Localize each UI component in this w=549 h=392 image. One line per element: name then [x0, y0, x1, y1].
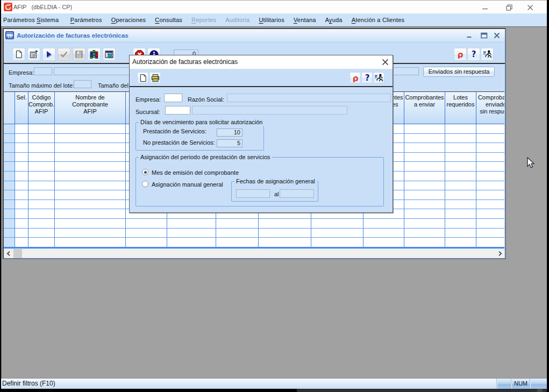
child-min-icon-icon[interactable]: [466, 32, 473, 39]
chevron-right-icon-icon[interactable]: [498, 251, 502, 256]
dialog-toolbar-left-group: [137, 72, 161, 83]
grid-header-comprobantes-a-enviar[interactable]: Comprobantes a enviar: [404, 92, 445, 124]
radio-mes-emision[interactable]: [142, 169, 148, 175]
child-close-button[interactable]: [491, 30, 503, 41]
radio-asignacion-manual-label[interactable]: Asignación manual general: [152, 180, 223, 189]
menu-item-ventana[interactable]: Ventana: [289, 13, 320, 26]
exit-runner-icon: [374, 74, 383, 82]
grid-header-codigo-comprob-afip[interactable]: Código Comprob. AFIP: [28, 92, 55, 124]
radio-mes-emision-label[interactable]: Mes de emisión del comprobante: [152, 168, 239, 177]
close-button[interactable]: [522, 1, 538, 14]
minimize-button[interactable]: [477, 1, 493, 14]
edit-properties-icon: [30, 50, 38, 59]
dialog-close-button[interactable]: [379, 57, 391, 67]
new-document-icon: [15, 50, 23, 59]
grid-cell-comprobantes-a-enviar: [404, 209, 445, 218]
chevron-left-icon-icon[interactable]: [6, 251, 11, 256]
exit-runner-button[interactable]: [481, 48, 494, 61]
fecha-desde-input[interactable]: [236, 189, 270, 198]
child-title-bar[interactable]: Autorización de facturas electrónicas: [4, 29, 505, 42]
grid-cell-nombre-comprobante-afip: [55, 219, 126, 228]
rho-button[interactable]: ρ: [350, 72, 361, 83]
application-window: AFIP (dbELDIA - CP) Parámetros SistemaPa…: [0, 0, 549, 392]
restore-icon[interactable]: [506, 4, 512, 11]
run-process-button[interactable]: [42, 48, 55, 61]
menu-item-consultas[interactable]: Consultas: [151, 13, 187, 26]
menu-item-par-metros-sistema[interactable]: Parámetros Sistema: [1, 13, 66, 26]
menu-item-atenci-n-a-clientes[interactable]: Atención a Clientes: [347, 13, 409, 26]
minimize-icon[interactable]: [482, 4, 488, 11]
grid-cell-comprobantes-a-enviar: [404, 219, 445, 228]
grid-cell-comprobantes-enviados-sin-respuesta: [476, 200, 504, 209]
grid-cell-comprobantes-enviados-sin-respuesta: [476, 153, 504, 162]
child-maximize-button[interactable]: [478, 30, 490, 41]
grid-cell-codigo-comprob-afip: [28, 134, 55, 143]
lote-max-field[interactable]: [74, 80, 91, 88]
child-minimize-button[interactable]: [464, 30, 475, 41]
color-grid-button[interactable]: [88, 48, 101, 61]
help-question-button[interactable]: ?: [361, 72, 373, 83]
menu-item-reportes[interactable]: Reportes: [187, 13, 220, 26]
menu-item-par-metros[interactable]: Parámetros: [66, 13, 106, 26]
menu-item-operaciones[interactable]: Operaciones: [106, 13, 151, 26]
fecha-al-label: al: [274, 190, 279, 198]
enviados-sin-respuesta-button[interactable]: Enviados sin respuesta: [423, 67, 495, 77]
grid-cell-hidden-5: [311, 229, 363, 238]
grid-cell-sel: [15, 209, 28, 218]
new-document-button[interactable]: [137, 72, 148, 83]
fecha-hasta-input[interactable]: [280, 189, 314, 198]
edit-properties-button[interactable]: [27, 48, 40, 61]
grid-row-11[interactable]: [4, 229, 504, 238]
prestacion-input[interactable]: 10: [217, 129, 243, 137]
scrollbar-thumb[interactable]: [13, 249, 22, 258]
grid-cell-sel: [15, 162, 28, 171]
grid-cell-hidden-1: [126, 229, 167, 238]
dialog-empresa-label: Empresa:: [136, 95, 161, 104]
menu-item-utilitarios[interactable]: Utilitarios: [254, 13, 289, 26]
table-export-button[interactable]: [103, 48, 116, 61]
grid-header-lotes-requeridos[interactable]: Lotes requeridos: [445, 92, 476, 124]
grid-header-nombre-comprobante-afip[interactable]: Nombre de Comprobante AFIP: [55, 92, 126, 124]
title-bar: AFIP (dbELDIA - CP): [1, 0, 547, 13]
empresa-code-field[interactable]: [34, 67, 52, 75]
menu-item-auditoria[interactable]: Auditoria: [221, 13, 254, 26]
confirm-check-icon: [60, 50, 68, 59]
dialog-razon-social-field: [227, 94, 391, 102]
radio-asignacion-manual[interactable]: [142, 181, 148, 187]
grid-cell-row-selector: [4, 134, 15, 143]
grid-cell-lotes-requeridos: [445, 190, 476, 199]
grid-row-10[interactable]: [4, 219, 504, 229]
horizontal-scrollbar[interactable]: [4, 249, 504, 258]
no-prestacion-input[interactable]: 5: [217, 139, 243, 147]
menu-bar: Parámetros SistemaParámetrosOperacionesC…: [1, 13, 547, 26]
grid-cell-comprobantes-enviados-sin-respuesta: [476, 209, 504, 218]
dialog-close-icon-icon[interactable]: [382, 59, 389, 66]
grid-header-comprobantes-enviados-sin-respuesta[interactable]: Comprobantes enviados sin respuesta: [476, 92, 504, 124]
menu-item-text-post: entana: [297, 17, 316, 23]
maximize-button[interactable]: [501, 1, 517, 14]
confirm-check-button[interactable]: [58, 48, 70, 61]
dialog-sucursal-name-field: [192, 106, 347, 115]
grid-cell-comprobantes-enviados-sin-respuesta: [476, 134, 504, 143]
child-max-icon-icon[interactable]: [481, 32, 488, 39]
exit-runner-button[interactable]: [373, 72, 384, 83]
grid-row-12[interactable]: [4, 238, 504, 247]
child-close-icon-icon[interactable]: [494, 32, 500, 39]
grid-cell-comprobantes-enviados-sin-respuesta: [476, 143, 504, 152]
new-document-button[interactable]: [12, 48, 25, 61]
save-floppy-button[interactable]: [73, 48, 85, 61]
grid-cell-sel: [15, 200, 28, 209]
dialog-empresa-input[interactable]: [164, 94, 182, 102]
menu-item-ayuda[interactable]: Ayuda: [320, 13, 347, 26]
scroll-right-button[interactable]: [495, 249, 504, 258]
close-icon[interactable]: [527, 4, 533, 11]
grid-cell-comprobantes-a-enviar: [404, 200, 445, 209]
dialog-title-bar[interactable]: Autorización de facturas electrónicas: [130, 55, 393, 69]
rho-button[interactable]: ρ: [454, 48, 467, 61]
grid-cell-comprobantes-enviados-sin-respuesta: [476, 181, 504, 190]
dialog-sucursal-input[interactable]: [165, 106, 190, 115]
scroll-left-button[interactable]: [4, 249, 13, 258]
grid-header-sel[interactable]: Sel.: [15, 92, 28, 124]
print-button[interactable]: [149, 72, 161, 83]
help-question-button[interactable]: ?: [467, 48, 480, 61]
